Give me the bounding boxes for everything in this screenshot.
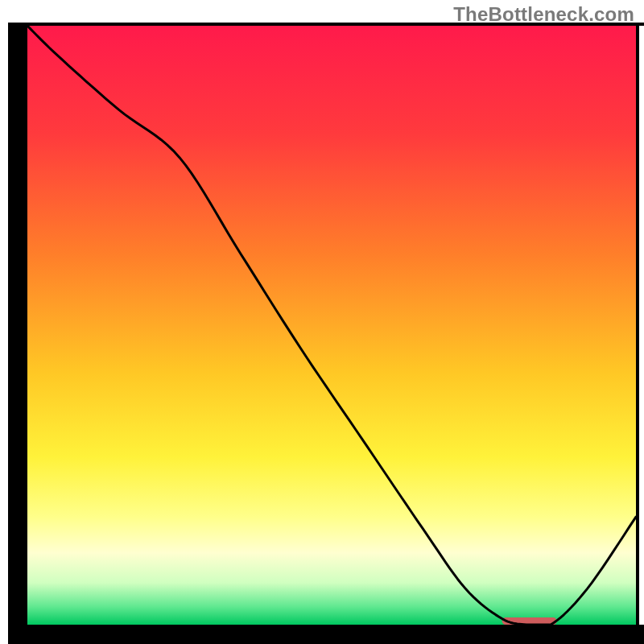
bottleneck-chart-canvas <box>0 0 644 644</box>
chart-container: TheBottleneck.com <box>0 0 644 644</box>
